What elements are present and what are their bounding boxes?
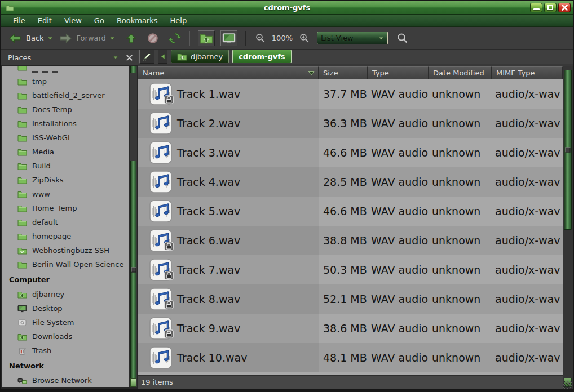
- sidebar-item-djbarney[interactable]: djbarney: [2, 287, 129, 301]
- close-button[interactable]: [558, 3, 571, 12]
- sidebar-item-webhostingbuzz-ssh[interactable]: Webhostingbuzz SSH: [2, 243, 129, 257]
- minimize-button[interactable]: [530, 3, 542, 12]
- column-header-type[interactable]: Type: [368, 66, 429, 79]
- sidebar-item-media[interactable]: Media: [2, 145, 129, 159]
- menu-help[interactable]: Help: [167, 15, 190, 26]
- forward-button[interactable]: Forward: [60, 33, 106, 43]
- file-row[interactable]: Track 6.wav38.8 MBWAV audiounknownaudio/…: [138, 226, 563, 255]
- sidebar-item-label: ZipDisks: [32, 176, 63, 184]
- chevron-down-icon: [378, 36, 384, 41]
- file-row[interactable]: Track 8.wav52.1 MBWAV audiounknownaudio/…: [138, 284, 563, 314]
- menu-file[interactable]: File: [10, 15, 28, 26]
- sidebar-item-label: homepage: [32, 232, 71, 240]
- sidebar-scrollbar[interactable]: [129, 66, 137, 387]
- network-icon: [17, 377, 27, 385]
- file-row[interactable]: Track 4.wav28.5 MBWAV audiounknownaudio/…: [138, 167, 563, 197]
- sidebar-item-zipdisks[interactable]: ZipDisks: [2, 173, 129, 187]
- sidebar-item-default[interactable]: default: [2, 215, 129, 229]
- main-scrollbar[interactable]: [563, 66, 573, 389]
- sidebar-item-file-system[interactable]: File System: [2, 315, 129, 329]
- zoom-in-button[interactable]: [299, 33, 309, 43]
- column-header-label: MIME Type: [496, 69, 535, 77]
- file-date-modified: unknown: [429, 226, 492, 255]
- sidebar-item-berlin-wall-open-science[interactable]: Berlin Wall Open Science: [2, 257, 129, 271]
- file-row[interactable]: Track 2.wav36.3 MBWAV audiounknownaudio/…: [138, 109, 563, 138]
- sidebar-item-label: Installations: [32, 119, 77, 128]
- sidebar-item-tmp[interactable]: tmp: [2, 74, 129, 88]
- desktop-button[interactable]: [220, 30, 237, 46]
- maximize-button[interactable]: [544, 3, 557, 12]
- sidebar-close-button[interactable]: [126, 55, 133, 61]
- up-button[interactable]: [126, 33, 136, 43]
- file-mime-type: audio/x-wav: [492, 284, 563, 314]
- file-row[interactable]: Track 7.wav50.3 MBWAV audiounknownaudio/…: [138, 255, 563, 284]
- file-size: 46.6 MB: [319, 138, 368, 167]
- sidebar-section-computer: Computer: [2, 271, 129, 287]
- main-scrollbar-thumb[interactable]: [564, 70, 572, 230]
- file-name-cell: Track 6.wav: [138, 226, 319, 255]
- sidebar-item-iss-webgl[interactable]: ISS-WebGL: [2, 131, 129, 145]
- sidebar-item-home-temp[interactable]: Home_Temp: [2, 201, 129, 215]
- file-size: 38.6 MB: [319, 314, 368, 343]
- sidebar-item-downloads[interactable]: Downloads: [2, 329, 129, 344]
- partially-scrolled-item: [2, 66, 129, 74]
- path-button-home[interactable]: djbarney: [171, 50, 229, 63]
- menu-bookmarks[interactable]: Bookmarks: [114, 15, 161, 26]
- column-header-date[interactable]: Date Modified: [429, 66, 492, 79]
- sidebar-item-battlefield-2-server[interactable]: battlefield_2_server: [2, 88, 129, 103]
- menu-go[interactable]: Go: [91, 15, 107, 26]
- home-button[interactable]: [198, 30, 215, 46]
- search-icon: [397, 33, 408, 43]
- file-mime-type: audio/x-wav: [492, 109, 563, 138]
- zoom-out-button[interactable]: [255, 33, 265, 43]
- file-size: 37.7 MB: [319, 79, 368, 109]
- sidebar-item-www[interactable]: www: [2, 187, 129, 201]
- view-mode-dropdown[interactable]: List View: [317, 32, 388, 44]
- sidebar-item-installations[interactable]: Installations: [2, 117, 129, 131]
- folder-icon: [17, 219, 27, 226]
- sidebar-item-label: Build: [32, 162, 51, 170]
- forward-history-dropdown[interactable]: [109, 36, 115, 41]
- sidebar-item-docs-temp[interactable]: Docs Temp: [2, 103, 129, 117]
- back-button[interactable]: Back: [9, 33, 44, 43]
- file-name: Track 7.wav: [177, 264, 240, 276]
- sidebar-item-browse-network[interactable]: Browse Network: [2, 373, 129, 387]
- refresh-button[interactable]: [169, 33, 181, 44]
- file-row[interactable]: Track 10.wav48.1 MBWAV audiounknownaudio…: [138, 343, 563, 372]
- sidebar-item-build[interactable]: Build: [2, 159, 129, 173]
- sidebar-item-homepage[interactable]: homepage: [2, 229, 129, 243]
- sidebar-scrollbar-thumb[interactable]: [130, 161, 136, 379]
- file-row[interactable]: Track 1.wav37.7 MBWAV audiounknownaudio/…: [138, 79, 563, 109]
- sidebar-scrollbar-stepper[interactable]: [130, 378, 136, 387]
- sidebar-item-label: Downloads: [32, 332, 72, 341]
- search-button[interactable]: [397, 33, 408, 43]
- file-name: Track 6.wav: [177, 234, 240, 247]
- file-row[interactable]: Track 3.wav46.6 MBWAV audiounknownaudio/…: [138, 138, 563, 167]
- back-arrow-icon: [9, 33, 21, 43]
- file-row[interactable]: Track 5.wav46.6 MBWAV audiounknownaudio/…: [138, 197, 563, 226]
- menu-edit[interactable]: Edit: [35, 15, 55, 26]
- folder-icon: [17, 204, 27, 212]
- window-resize-grip[interactable]: [563, 381, 572, 389]
- path-scroll-left-button[interactable]: [158, 50, 167, 64]
- column-header-mime[interactable]: MIME Type: [492, 66, 563, 79]
- folder-icon: [17, 162, 27, 170]
- column-header-label: Size: [323, 69, 338, 77]
- file-manager-window: cdrom-gvfs File Edit View Go Bookmarks H…: [0, 0, 574, 392]
- column-header-name[interactable]: Name: [138, 66, 319, 79]
- file-size: 46.6 MB: [319, 197, 368, 226]
- column-header-size[interactable]: Size: [319, 66, 368, 79]
- edit-path-button[interactable]: [139, 50, 154, 64]
- back-history-dropdown[interactable]: [47, 36, 53, 41]
- path-button-current[interactable]: cdrom-gvfs: [232, 50, 291, 63]
- file-row[interactable]: Track 9.wav38.6 MBWAV audiounknownaudio/…: [138, 314, 563, 343]
- file-date-modified: unknown: [429, 167, 492, 197]
- stop-button[interactable]: [147, 33, 158, 44]
- sidebar-item-label: Webhostingbuzz SSH: [32, 246, 109, 255]
- sidebar-mode-dropdown[interactable]: [113, 55, 118, 60]
- menu-view[interactable]: View: [61, 15, 85, 26]
- sidebar-item-label: ISS-WebGL: [32, 133, 72, 142]
- folder-icon: [17, 78, 27, 86]
- sidebar-item-trash[interactable]: Trash: [2, 344, 129, 358]
- sidebar-item-desktop[interactable]: Desktop: [2, 301, 129, 315]
